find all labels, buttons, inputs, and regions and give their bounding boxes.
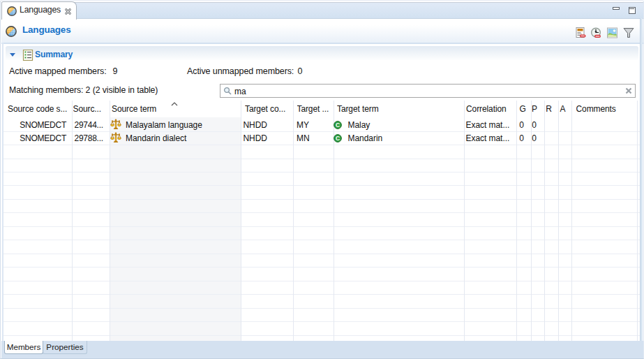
- svg-text:C: C: [335, 135, 339, 142]
- svg-text:C: C: [335, 122, 339, 129]
